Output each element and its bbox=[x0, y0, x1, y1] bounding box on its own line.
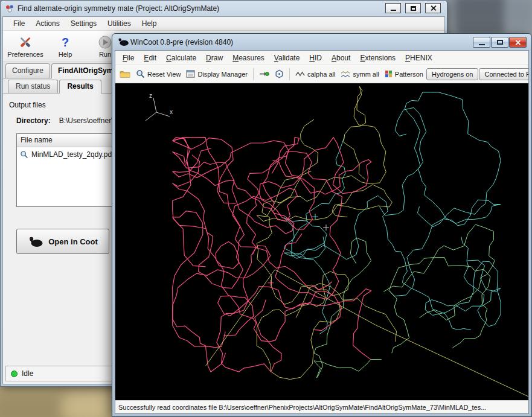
symm-all-button[interactable]: symm all bbox=[338, 69, 381, 80]
screen: Find alternate-origin symmetry mate (Pro… bbox=[0, 0, 532, 417]
menu-utilities[interactable]: Utilities bbox=[102, 18, 136, 30]
maximize-button[interactable] bbox=[491, 37, 508, 48]
minimize-button[interactable] bbox=[385, 3, 401, 13]
axis-label-x: x bbox=[170, 109, 173, 115]
maximize-icon bbox=[497, 40, 503, 45]
tab-results[interactable]: Results bbox=[59, 80, 101, 94]
statusbar-text: Successfully read coordinates file B:\Us… bbox=[118, 404, 486, 411]
go-to-atom-button[interactable] bbox=[257, 68, 272, 80]
menu-calculate[interactable]: Calculate bbox=[161, 51, 201, 65]
reset-view-button[interactable]: Reset View bbox=[133, 68, 183, 80]
menu-actions[interactable]: Actions bbox=[30, 18, 65, 30]
menu-hid[interactable]: HID bbox=[304, 51, 327, 65]
toolbar-separator bbox=[253, 68, 254, 80]
directory-label: Directory: bbox=[16, 116, 51, 125]
maximize-button[interactable] bbox=[405, 3, 421, 13]
phenix-app-icon bbox=[5, 4, 14, 13]
menu-measures[interactable]: Measures bbox=[228, 51, 269, 65]
display-manager-button[interactable]: Display Manager bbox=[184, 68, 250, 80]
help-icon: ? bbox=[62, 35, 69, 49]
desktop-photo-blur bbox=[454, 0, 506, 35]
help-button[interactable]: ? Help bbox=[45, 31, 85, 62]
open-coordinates-button[interactable] bbox=[117, 68, 133, 80]
close-button[interactable] bbox=[425, 3, 441, 13]
menu-about[interactable]: About bbox=[327, 51, 355, 65]
tab-configure[interactable]: Configure bbox=[5, 63, 50, 78]
go-to-ligand-button[interactable] bbox=[272, 68, 286, 80]
run-icon bbox=[98, 35, 112, 49]
calpha-trace-icon bbox=[295, 71, 305, 77]
axis-label-z: z bbox=[149, 92, 152, 99]
menu-file[interactable]: File bbox=[118, 51, 139, 65]
status-indicator-dot bbox=[11, 371, 18, 377]
hydrogens-toggle-button[interactable]: Hydrogens on bbox=[426, 68, 479, 80]
minimize-icon bbox=[479, 44, 485, 45]
coot-bird-icon bbox=[28, 235, 43, 247]
phenix-connection-button[interactable]: Connected to PHENIX bbox=[479, 68, 528, 80]
open-folder-icon bbox=[120, 70, 130, 78]
open-in-coot-label: Open in Coot bbox=[48, 237, 98, 246]
wincoot-window-title: WinCoot 0.8-pre (revision 4840) bbox=[130, 38, 233, 46]
file-name: MinMLAD_testy_2qdy.pdb bbox=[31, 150, 116, 159]
wincoot-app-icon bbox=[117, 37, 129, 46]
wincoot-window: WinCoot 0.8-pre (revision 4840) File Edi… bbox=[112, 33, 532, 417]
open-in-coot-button[interactable]: Open in Coot bbox=[16, 229, 109, 254]
menu-edit[interactable]: Edit bbox=[139, 51, 161, 65]
ligand-icon bbox=[275, 69, 284, 78]
tab-run-status[interactable]: Run status bbox=[8, 80, 58, 93]
menu-validate[interactable]: Validate bbox=[269, 51, 305, 65]
minimize-button[interactable] bbox=[473, 37, 490, 48]
menu-help[interactable]: Help bbox=[136, 18, 162, 30]
menu-draw[interactable]: Draw bbox=[201, 51, 228, 65]
menu-phenix[interactable]: PHENIX bbox=[400, 51, 437, 65]
gl-viewport[interactable]: z x bbox=[115, 83, 528, 400]
go-to-atom-icon bbox=[259, 70, 269, 78]
phenix-window-title: Find alternate-origin symmetry mate (Pro… bbox=[18, 4, 219, 13]
menu-extensions[interactable]: Extensions bbox=[355, 51, 400, 65]
phenix-titlebar[interactable]: Find alternate-origin symmetry mate (Pro… bbox=[1, 1, 447, 16]
axis-lines bbox=[138, 94, 181, 130]
patterson-icon bbox=[385, 70, 393, 78]
wincoot-toolbar: Reset View Display Manager bbox=[115, 65, 528, 83]
symmetry-icon bbox=[341, 71, 350, 78]
patterson-button[interactable]: Patterson bbox=[382, 68, 426, 80]
desktop-photo-blur bbox=[505, 0, 532, 31]
wincoot-titlebar[interactable]: WinCoot 0.8-pre (revision 4840) bbox=[112, 34, 531, 50]
magnifier-icon bbox=[20, 150, 28, 159]
close-icon bbox=[515, 39, 521, 45]
close-icon bbox=[430, 5, 437, 11]
toolbar-separator bbox=[289, 68, 290, 80]
phenix-menubar: File Actions Settings Utilities Help bbox=[3, 17, 444, 31]
molecule-wireframe bbox=[115, 83, 528, 400]
wincoot-menubar: File Edit Calculate Draw Measures Valida… bbox=[115, 51, 528, 65]
preferences-icon bbox=[18, 35, 33, 49]
status-text: Idle bbox=[22, 369, 33, 378]
calpha-all-button[interactable]: calpha all bbox=[293, 69, 338, 80]
wincoot-body: File Edit Calculate Draw Measures Valida… bbox=[115, 50, 529, 414]
close-button[interactable] bbox=[509, 37, 527, 48]
menu-settings[interactable]: Settings bbox=[65, 18, 102, 30]
display-manager-icon bbox=[186, 69, 195, 78]
maximize-icon bbox=[411, 6, 416, 11]
menu-file[interactable]: File bbox=[8, 18, 30, 30]
minimize-icon bbox=[391, 10, 396, 11]
wincoot-statusbar: Successfully read coordinates file B:\Us… bbox=[115, 400, 528, 413]
magnifier-icon bbox=[136, 69, 145, 78]
preferences-button[interactable]: Preferences bbox=[5, 31, 45, 62]
axis-gizmo: z x bbox=[138, 94, 181, 130]
